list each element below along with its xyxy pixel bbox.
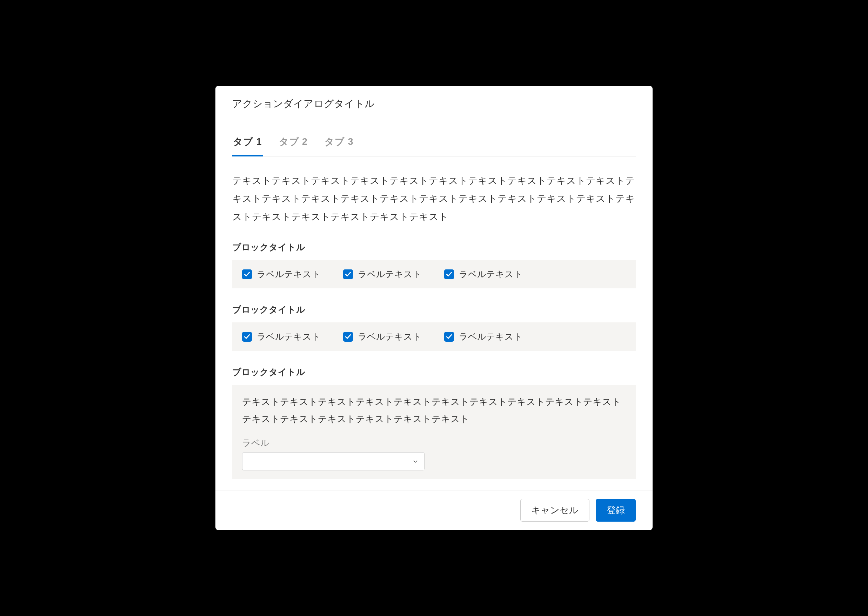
select-dropdown-button[interactable] [406, 453, 424, 470]
check-icon [345, 271, 351, 278]
checkbox-4[interactable] [242, 332, 252, 342]
dialog-header: アクションダイアログタイトル [215, 86, 653, 119]
checkbox-6-label: ラベルテキスト [459, 331, 523, 343]
checkbox-row: ラベルテキスト ラベルテキスト ラベルテキスト [242, 331, 626, 343]
checkbox-5-label: ラベルテキスト [358, 331, 422, 343]
block-3-text: テキストテキストテキストテキストテキストテキストテキストテキストテキストテキスト… [242, 393, 626, 428]
dialog-title: アクションダイアログタイトル [232, 97, 636, 110]
checkbox-item-2[interactable]: ラベルテキスト [343, 268, 422, 280]
checkbox-5[interactable] [343, 332, 353, 342]
checkbox-3-label: ラベルテキスト [459, 268, 523, 280]
check-icon [244, 334, 250, 340]
checkbox-2-label: ラベルテキスト [358, 268, 422, 280]
description-text: テキストテキストテキストテキストテキストテキストテキストテキストテキストテキスト… [232, 172, 636, 226]
block-3-title: ブロックタイトル [232, 366, 636, 378]
checkbox-1-label: ラベルテキスト [257, 268, 321, 280]
checkbox-row: ラベルテキスト ラベルテキスト ラベルテキスト [242, 268, 626, 280]
select-field: ラベル [242, 437, 626, 470]
check-icon [244, 271, 250, 278]
checkbox-item-1[interactable]: ラベルテキスト [242, 268, 321, 280]
checkbox-3[interactable] [444, 269, 454, 279]
block-2-title: ブロックタイトル [232, 304, 636, 315]
select-field-label: ラベル [242, 437, 626, 449]
block-3: ブロックタイトル テキストテキストテキストテキストテキストテキストテキストテキス… [232, 366, 636, 479]
chevron-down-icon [413, 459, 418, 464]
checkbox-2[interactable] [343, 269, 353, 279]
select-control[interactable] [242, 452, 425, 470]
checkbox-item-3[interactable]: ラベルテキスト [444, 268, 523, 280]
block-1-title: ブロックタイトル [232, 241, 636, 253]
block-2-panel: ラベルテキスト ラベルテキスト ラベルテキスト [232, 322, 636, 351]
block-2: ブロックタイトル ラベルテキスト ラベルテキスト [232, 304, 636, 351]
block-3-panel: テキストテキストテキストテキストテキストテキストテキストテキストテキストテキスト… [232, 385, 636, 479]
checkbox-4-label: ラベルテキスト [257, 331, 321, 343]
dialog-footer: キャンセル 登録 [215, 490, 653, 530]
checkbox-1[interactable] [242, 269, 252, 279]
tab-3[interactable]: タブ 3 [324, 129, 354, 156]
tabs: タブ 1 タブ 2 タブ 3 [232, 129, 636, 156]
select-input[interactable] [242, 453, 406, 470]
check-icon [446, 334, 452, 340]
checkbox-item-6[interactable]: ラベルテキスト [444, 331, 523, 343]
action-dialog: アクションダイアログタイトル タブ 1 タブ 2 タブ 3 テキストテキストテキ… [215, 86, 653, 530]
check-icon [446, 271, 452, 278]
dialog-body: タブ 1 タブ 2 タブ 3 テキストテキストテキストテキストテキストテキストテ… [215, 129, 653, 490]
cancel-button[interactable]: キャンセル [520, 499, 590, 522]
checkbox-6[interactable] [444, 332, 454, 342]
block-1-panel: ラベルテキスト ラベルテキスト ラベルテキスト [232, 260, 636, 288]
check-icon [345, 334, 351, 340]
submit-button[interactable]: 登録 [596, 499, 636, 522]
block-1: ブロックタイトル ラベルテキスト ラベルテキスト [232, 241, 636, 288]
checkbox-item-4[interactable]: ラベルテキスト [242, 331, 321, 343]
checkbox-item-5[interactable]: ラベルテキスト [343, 331, 422, 343]
tab-2[interactable]: タブ 2 [278, 129, 309, 156]
tab-1[interactable]: タブ 1 [232, 129, 263, 156]
